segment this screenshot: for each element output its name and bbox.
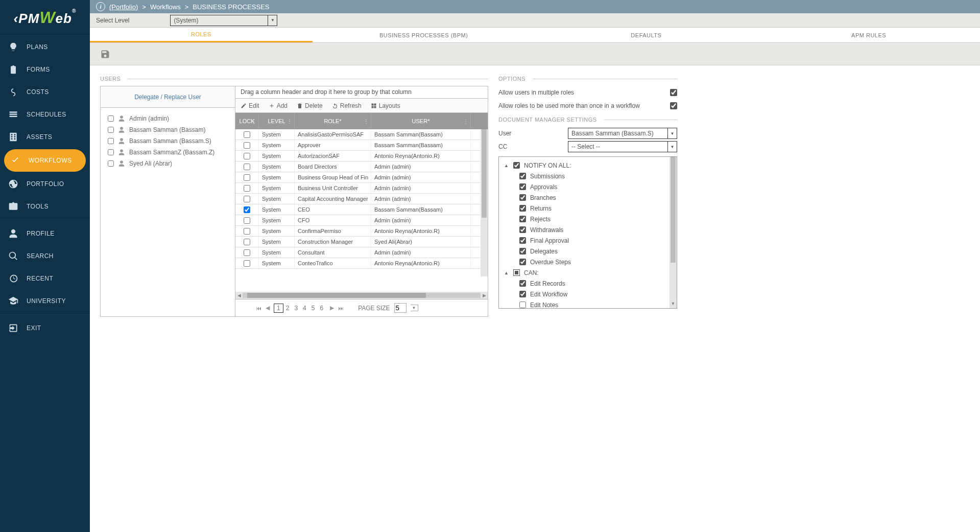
sidebar-item-recent[interactable]: RECENT: [0, 267, 90, 290]
opt-multiple-roles-check[interactable]: [670, 89, 677, 96]
col-header-lock[interactable]: LOCK⋮: [235, 113, 259, 129]
breadcrumb-workflows[interactable]: Workflows: [150, 3, 181, 11]
table-row[interactable]: SystemConfirmaPermisoAntonio Reyna(Anton…: [235, 226, 488, 237]
tree-checkbox[interactable]: [519, 183, 526, 190]
caret-icon[interactable]: ▲: [504, 270, 509, 275]
sidebar-item-tools[interactable]: TOOLS: [0, 195, 90, 218]
sidebar-item-search[interactable]: SEARCH: [0, 245, 90, 267]
user-row[interactable]: Bassam SammanZ (Bassam.Z): [108, 147, 228, 158]
grid-group-hint[interactable]: Drag a column header and drop it here to…: [235, 86, 488, 99]
tree-vscroll[interactable]: ▼: [670, 157, 677, 308]
col-menu-icon[interactable]: ⋮: [287, 119, 292, 124]
col-header-role[interactable]: ROLE*⋮: [295, 113, 371, 129]
tree-checkbox[interactable]: [519, 291, 526, 297]
grid-layouts-button[interactable]: Layouts: [371, 102, 400, 109]
lock-checkbox[interactable]: [244, 217, 250, 224]
tab-apm-rules[interactable]: APM RULES: [757, 28, 980, 42]
tree-item[interactable]: Submissions: [504, 171, 672, 181]
user-checkbox[interactable]: [108, 115, 114, 122]
table-row[interactable]: SystemCEOBassam Samman(Bassam): [235, 204, 488, 215]
sidebar-item-schedules[interactable]: SCHEDULES: [0, 103, 90, 126]
lock-checkbox[interactable]: [244, 249, 250, 256]
tree-item[interactable]: Edit Notes: [504, 299, 672, 309]
lock-checkbox[interactable]: [244, 239, 250, 245]
tree-checkbox[interactable]: [519, 173, 526, 179]
grid-add-button[interactable]: Add: [269, 102, 288, 109]
tree-item[interactable]: Returns: [504, 203, 672, 214]
lock-checkbox[interactable]: [244, 174, 250, 181]
pager-page-4[interactable]: 4: [300, 304, 309, 312]
lock-checkbox[interactable]: [244, 164, 250, 170]
can-indeterminate-check[interactable]: [513, 269, 520, 276]
grid-vscroll[interactable]: [481, 129, 488, 276]
tree-checkbox[interactable]: [519, 194, 526, 201]
lock-checkbox[interactable]: [244, 153, 250, 159]
lock-checkbox[interactable]: [244, 185, 250, 192]
col-menu-icon[interactable]: ⋮: [364, 119, 369, 124]
pager-page-1[interactable]: 1: [274, 304, 283, 313]
tree-checkbox[interactable]: [519, 259, 526, 265]
page-size-dropdown[interactable]: ▼: [411, 305, 418, 311]
table-row[interactable]: SystemConstruction ManagerSyed Ali(Abrar…: [235, 237, 488, 247]
grid-edit-button[interactable]: Edit: [241, 102, 259, 109]
tree-item[interactable]: Overdue Steps: [504, 257, 672, 267]
pager-last[interactable]: ⏭: [338, 305, 344, 311]
tree-checkbox[interactable]: [519, 205, 526, 212]
tab-business-processes-bpm-[interactable]: BUSINESS PROCESSES (BPM): [313, 28, 535, 42]
pager-next[interactable]: ▶: [330, 305, 334, 311]
col-menu-icon[interactable]: ⋮: [251, 119, 256, 124]
tree-checkbox[interactable]: [519, 302, 526, 308]
tree-item[interactable]: Delegates: [504, 246, 672, 257]
tab-defaults[interactable]: DEFAULTS: [535, 28, 758, 42]
table-row[interactable]: SystemBusiness Unit ControllerAdmin (adm…: [235, 183, 488, 194]
tree-item[interactable]: Edit Records: [504, 278, 672, 289]
sidebar-item-university[interactable]: UNIVERSITY: [0, 290, 90, 312]
pager-page-5[interactable]: 5: [309, 304, 318, 312]
tree-item[interactable]: Edit Workflow: [504, 289, 672, 299]
table-row[interactable]: SystemAnalisisGastoPermisoSAFBassam Samm…: [235, 129, 488, 140]
pager-page-3[interactable]: 3: [292, 304, 300, 312]
opt-roles-multiuse-check[interactable]: [670, 102, 677, 109]
tree-item[interactable]: Final Approval: [504, 235, 672, 246]
pager-page-6[interactable]: 6: [317, 304, 326, 312]
tree-checkbox[interactable]: [519, 226, 526, 233]
user-row[interactable]: Bassam Samman (Bassam): [108, 124, 228, 135]
grid-delete-button[interactable]: Delete: [297, 102, 323, 109]
lock-checkbox[interactable]: [244, 196, 250, 202]
sidebar-item-costs[interactable]: COSTS: [0, 81, 90, 103]
user-checkbox[interactable]: [108, 160, 114, 167]
tree-item[interactable]: Rejects: [504, 214, 672, 224]
user-select[interactable]: Bassam Samman (Bassam.S) ▼: [568, 128, 677, 139]
col-menu-icon[interactable]: ⋮: [463, 119, 468, 124]
info-icon[interactable]: i: [96, 2, 105, 11]
table-row[interactable]: SystemCFOAdmin (admin): [235, 215, 488, 226]
sidebar-item-profile[interactable]: PROFILE: [0, 222, 90, 245]
tree-checkbox[interactable]: [519, 280, 526, 287]
user-checkbox[interactable]: [108, 138, 114, 144]
sidebar-item-plans[interactable]: PLANS: [0, 36, 90, 58]
tree-checkbox[interactable]: [519, 248, 526, 255]
page-size-input[interactable]: [394, 303, 407, 313]
user-checkbox[interactable]: [108, 149, 114, 155]
sidebar-item-workflows[interactable]: WORKFLOWS: [4, 149, 86, 172]
table-row[interactable]: SystemBoard DirectorsAdmin (admin): [235, 161, 488, 172]
table-row[interactable]: SystemCapital Accounting ManagerAdmin (a…: [235, 194, 488, 204]
tree-checkbox[interactable]: [519, 216, 526, 222]
pager-first[interactable]: ⏮: [256, 305, 261, 311]
grid-refresh-button[interactable]: Refresh: [332, 102, 362, 109]
tree-group-notify[interactable]: ▲NOTIFY ON ALL:: [504, 160, 672, 171]
table-row[interactable]: SystemBusiness Group Head of FinAdmin (a…: [235, 172, 488, 183]
breadcrumb-portfolio[interactable]: (Portfolio): [109, 3, 138, 11]
sidebar-item-portfolio[interactable]: PORTFOLIO: [0, 173, 90, 195]
user-row[interactable]: Syed Ali (Abrar): [108, 158, 228, 169]
sidebar-item-forms[interactable]: FORMS: [0, 58, 90, 81]
notify-all-check[interactable]: [513, 162, 520, 169]
user-checkbox[interactable]: [108, 127, 114, 133]
table-row[interactable]: SystemAutorizacionSAFAntonio Reyna(Anton…: [235, 151, 488, 161]
table-row[interactable]: SystemApproverBassam Samman(Bassam): [235, 140, 488, 151]
user-row[interactable]: Admin (admin): [108, 113, 228, 124]
grid-hscroll[interactable]: ◀▶: [235, 292, 488, 299]
pager-prev[interactable]: ◀: [266, 305, 270, 311]
tab-roles[interactable]: ROLES: [90, 28, 313, 42]
select-level-dropdown[interactable]: (System) ▼: [170, 15, 277, 26]
